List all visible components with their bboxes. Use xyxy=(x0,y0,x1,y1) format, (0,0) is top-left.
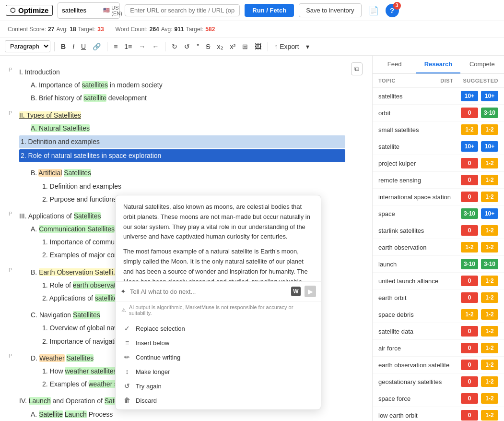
section-highlight: II. Types of Satellites xyxy=(19,111,81,119)
topic-name: satellites xyxy=(378,93,458,100)
ai-text-para2: The most famous example of a natural sat… xyxy=(123,247,313,282)
notification-dot: 3 xyxy=(393,2,401,10)
tab-research[interactable]: Research xyxy=(416,56,460,73)
bullet-list-button[interactable]: ≡ xyxy=(111,41,120,52)
document-icon-button[interactable]: 📄 xyxy=(366,3,381,18)
editor-line: B. Artificial Satellites xyxy=(19,167,345,179)
keyword-highlight: Artificial xyxy=(38,169,62,177)
copy-icon-button[interactable]: ⧉ xyxy=(351,62,363,75)
topic-row[interactable]: satellite data 0 1-2 xyxy=(373,323,504,340)
ai-text-input[interactable] xyxy=(130,288,287,295)
p-marker: P xyxy=(9,209,12,219)
underline-button[interactable]: U xyxy=(79,41,88,52)
ai-input-area[interactable]: ✦ W ▶ xyxy=(116,282,321,301)
dist-badge: 1-2 xyxy=(461,242,478,253)
image-button[interactable]: 🖼 xyxy=(252,41,264,52)
topic-name: orbit xyxy=(378,109,458,117)
right-panel: Feed Research Compete TOPIC DIST SUGGEST… xyxy=(372,56,504,421)
redo-button[interactable]: ↻ xyxy=(169,41,180,52)
ai-warning: ⚠ AI output is algorithmic, MarketMuse i… xyxy=(116,301,321,319)
outdent-button[interactable]: ← xyxy=(150,41,161,52)
topic-row[interactable]: low earth orbit 0 1-2 xyxy=(373,407,504,421)
link-button[interactable]: 🔗 xyxy=(90,41,103,52)
topic-row[interactable]: project kuiper 0 1-2 xyxy=(373,155,504,172)
topic-row[interactable]: starlink satellites 0 1-2 xyxy=(373,222,504,239)
keyword-input[interactable] xyxy=(62,7,100,14)
suggested-badge: 1-2 xyxy=(481,175,498,185)
dist-badge: 3-10 xyxy=(461,259,478,269)
help-badge[interactable]: ? 3 xyxy=(386,4,399,17)
keyword-highlight: Satellites xyxy=(74,212,101,220)
topic-row[interactable]: satellite 10+ 10+ xyxy=(373,138,504,155)
editor-area[interactable]: ⧉ P I. Introduction A. Importance of sat… xyxy=(0,56,372,421)
editor-line: A. Natural Satellites xyxy=(19,122,345,134)
topic-name: project kuiper xyxy=(378,160,458,167)
url-search-input[interactable] xyxy=(125,4,240,16)
topic-row[interactable]: geostationary satellites 0 1-2 xyxy=(373,373,504,390)
save-to-inventory-button[interactable]: Save to inventory xyxy=(299,3,361,17)
editor-line: II. Types of Satellites xyxy=(19,109,345,121)
topic-name: space debris xyxy=(378,311,458,318)
table-button[interactable]: ⊞ xyxy=(240,41,250,52)
main-layout: ⧉ P I. Introduction A. Importance of sat… xyxy=(0,56,504,421)
blockquote-button[interactable]: " xyxy=(194,41,201,52)
insert-below-action[interactable]: ≡ Insert below xyxy=(116,336,321,350)
topic-row[interactable]: united launch alliance 0 1-2 xyxy=(373,273,504,289)
topic-row[interactable]: air force 0 1-2 xyxy=(373,340,504,357)
retry-icon: ↺ xyxy=(123,382,131,390)
superscript-button[interactable]: x² xyxy=(228,41,238,52)
tab-compete[interactable]: Compete xyxy=(460,56,504,73)
discard-action[interactable]: 🗑 Discard xyxy=(116,393,321,408)
topic-row[interactable]: space 3-10 10+ xyxy=(373,205,504,222)
suggested-badge: 1-2 xyxy=(481,158,498,168)
run-fetch-button[interactable]: Run / Fetch xyxy=(245,4,294,17)
subscript-button[interactable]: x₂ xyxy=(215,41,226,52)
export-button[interactable]: ↑ Export xyxy=(272,41,301,52)
topic-row[interactable]: earth orbit 0 1-2 xyxy=(373,289,504,306)
topic-name: earth observation xyxy=(378,244,458,251)
topic-row[interactable]: launch 3-10 3-10 xyxy=(373,256,504,273)
topic-name: launch xyxy=(378,261,458,268)
paragraph-select[interactable]: Paragraph Heading 1 Heading 2 xyxy=(5,40,50,52)
keyword-search-box[interactable]: 🇺🇸 US (EN) xyxy=(58,2,120,19)
topic-row[interactable]: space debris 1-2 1-2 xyxy=(373,306,504,323)
topic-row[interactable]: orbit 0 3-10 xyxy=(373,105,504,121)
keyword-highlight: Satellites xyxy=(66,354,94,362)
ordered-list-button[interactable]: 1≡ xyxy=(122,41,134,52)
dist-badge: 0 xyxy=(461,292,478,303)
ai-send-button[interactable]: ▶ xyxy=(305,286,316,297)
stats-bar: Content Score: 27 Avg: 18 Target: 33 Wor… xyxy=(0,21,504,37)
try-again-action[interactable]: ↺ Try again xyxy=(116,379,321,393)
keyword-highlight: satellites xyxy=(82,81,108,89)
topic-name: satellite data xyxy=(378,328,458,335)
strikethrough-button[interactable]: S xyxy=(203,41,212,52)
keyword-highlight: Satellites xyxy=(64,169,91,177)
make-longer-action[interactable]: ↕ Make longer xyxy=(116,364,321,379)
keyword-highlight: Satellite xyxy=(39,410,63,418)
undo-button[interactable]: ↺ xyxy=(182,41,192,52)
topic-row[interactable]: satellites 10+ 10+ xyxy=(373,88,504,105)
topic-row[interactable]: small satellites 1-2 1-2 xyxy=(373,121,504,138)
topic-row[interactable]: international space station 0 1-2 xyxy=(373,189,504,205)
topic-row[interactable]: remote sensing 0 1-2 xyxy=(373,172,504,189)
suggested-badge: 1-2 xyxy=(481,343,498,353)
topic-name: satellite xyxy=(378,143,458,150)
topic-name: small satellites xyxy=(378,126,458,133)
continue-writing-action[interactable]: ✏ Continue writing xyxy=(116,350,321,364)
keyword-highlight: Launch xyxy=(65,410,87,418)
topic-name: low earth orbit xyxy=(378,412,458,419)
tab-feed[interactable]: Feed xyxy=(373,56,416,73)
topic-row[interactable]: earth observation 1-2 1-2 xyxy=(373,239,504,256)
indent-button[interactable]: → xyxy=(136,41,148,52)
dist-badge: 0 xyxy=(461,393,478,404)
topic-row[interactable]: earth observation satellite 0 1-2 xyxy=(373,357,504,373)
dist-badge: 3-10 xyxy=(461,208,478,219)
more-button[interactable]: ▾ xyxy=(304,41,312,52)
topic-row[interactable]: space force 0 1-2 xyxy=(373,390,504,407)
pencil-icon: ✏ xyxy=(123,353,131,361)
replace-selection-action[interactable]: ✓ Replace selection xyxy=(116,321,321,336)
bold-button[interactable]: B xyxy=(59,41,68,52)
dist-badge: 0 xyxy=(461,108,478,118)
italic-button[interactable]: I xyxy=(70,41,77,52)
word-count-stat: Word Count: 264 Avg: 911 Target: 582 xyxy=(116,26,215,33)
